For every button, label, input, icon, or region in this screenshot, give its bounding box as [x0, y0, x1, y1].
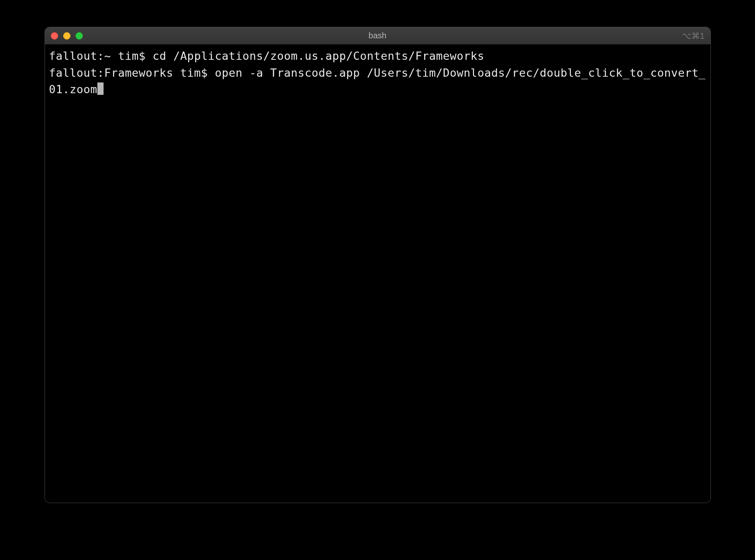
terminal-content[interactable]: fallout:~ tim$ cd /Applications/zoom.us.… — [45, 45, 710, 101]
prompt-1: fallout:~ tim$ — [49, 49, 153, 62]
traffic-lights — [51, 32, 83, 40]
terminal-line-1: fallout:~ tim$ cd /Applications/zoom.us.… — [49, 48, 706, 65]
prompt-2: fallout:Frameworks tim$ — [49, 66, 215, 79]
close-button[interactable] — [51, 32, 58, 40]
window-title: bash — [368, 31, 386, 40]
title-bar: bash ⌥⌘1 — [45, 27, 710, 45]
maximize-button[interactable] — [76, 32, 83, 40]
command-1: cd /Applications/zoom.us.app/Contents/Fr… — [153, 49, 484, 62]
shortcut-label: ⌥⌘1 — [682, 31, 704, 41]
terminal-line-2: fallout:Frameworks tim$ open -a Transcod… — [49, 65, 706, 98]
terminal-window: bash ⌥⌘1 fallout:~ tim$ cd /Applications… — [45, 27, 711, 503]
minimize-button[interactable] — [63, 32, 71, 40]
cursor-icon — [97, 82, 104, 95]
